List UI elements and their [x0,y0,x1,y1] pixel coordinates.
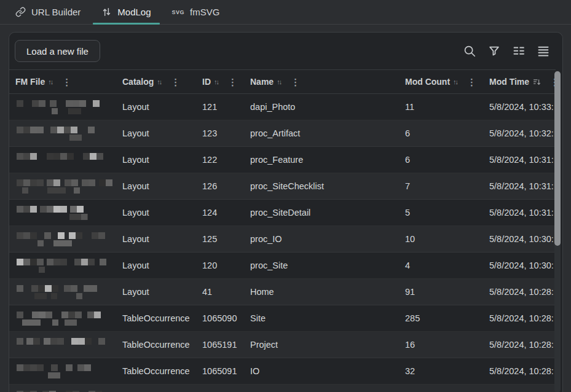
redacted-pixel-block [38,285,45,292]
column-header-name[interactable]: Name ↑↓ ⋮ [244,77,399,87]
redacted-pixel-block [17,232,23,239]
redacted-pixel-block [96,153,103,160]
redacted-pixel-block [61,312,68,318]
redacted-pixel-block [17,127,23,133]
redacted-pixel-block [99,179,106,186]
redacted-pixel-block [65,319,77,326]
column-menu-icon[interactable]: ⋮ [171,77,180,87]
cell-catalog: TableOccurrence [116,313,196,323]
redacted-pixel-block [23,232,30,239]
redacted-pixel-block [44,338,50,345]
filter-icon[interactable] [486,43,502,59]
cell-mod-time: 5/8/2024, 10:33: [483,102,554,112]
column-header-mod-count[interactable]: Mod Count ↑↓ ⋮ [399,77,483,87]
table-header: FM File ↑↓ ⋮ Catalog ↑↓ ⋮ ID ↑↓ ⋮ Name ↑… [9,69,556,94]
column-header-mod-time[interactable]: Mod Time ⋮ [483,77,556,87]
cell-fm-file-redacted [9,151,116,168]
sort-arrows-icon[interactable]: ↑↓ [453,78,459,85]
redacted-pixel-block [23,259,30,265]
redacted-pixel-block [37,364,44,371]
cell-mod-count: 4 [399,261,483,270]
table-row[interactable]: Layout120proc_Site45/8/2024, 10:30: [9,253,556,279]
sort-descending-icon[interactable] [532,77,541,87]
table-row[interactable]: Layout122proc_Feature65/8/2024, 10:31: [9,147,556,173]
toolbar-icons [462,43,551,59]
table-row[interactable]: Layout121dapi_Photo115/8/2024, 10:33: [9,94,556,120]
redacted-pixel-block [50,100,57,107]
redacted-pixel-block [57,338,64,345]
sort-arrows-icon[interactable]: ↑↓ [214,78,219,85]
redacted-pixel-block [71,285,77,292]
redacted-pixel-block [77,206,84,213]
vertical-scrollbar-thumb[interactable] [554,71,561,246]
cell-name: proc_Site [244,261,399,270]
cell-mod-time: 5/8/2024, 10:30: [483,234,554,244]
redacted-pixel-block [76,293,82,299]
table-row[interactable]: TableOccurrence1065091IO325/8/2024, 10:2… [9,358,556,385]
redacted-pixel-block [30,179,37,186]
tab-url-builder[interactable]: URL Builder [7,0,89,24]
redacted-pixel-block [17,259,23,265]
column-menu-icon[interactable]: ⋮ [62,77,71,87]
redacted-pixel-block [17,312,23,318]
column-menu-icon[interactable]: ⋮ [228,77,237,87]
redacted-pixel-block [30,153,37,160]
vertical-scrollbar-track[interactable] [554,71,561,392]
table-row[interactable]: Layout123proc_Artifact65/8/2024, 10:32: [9,120,556,147]
redacted-pixel-block [52,108,58,114]
table-row[interactable]: TableOccurrence1065090Site2855/8/2024, 1… [9,305,556,332]
redacted-pixel-block [53,153,60,160]
redacted-pixel-block [33,338,40,345]
redacted-pixel-block [52,285,58,292]
table-row[interactable]: Layout41Home915/8/2024, 10:28: [9,279,556,305]
cell-id: 123 [196,128,244,138]
column-menu-icon[interactable]: ⋮ [291,77,300,87]
table-row[interactable]: TableOccurrence1065092Photo235/8/2024, 1… [9,385,556,392]
redacted-pixel-block [65,179,71,186]
redaction-mosaic [15,310,112,327]
cell-mod-count: 6 [399,128,483,138]
table-row[interactable]: TableOccurrence1065191Project165/8/2024,… [9,332,556,358]
cell-fm-file-redacted [9,230,116,248]
sort-arrows-icon[interactable]: ↑↓ [48,78,53,85]
redacted-pixel-block [32,312,39,318]
cell-mod-time: 5/8/2024, 10:31: [483,155,554,165]
tab-bar: URL Builder ModLog SVG fmSVG [0,0,571,25]
cell-catalog: Layout [116,234,196,244]
redacted-pixel-block [88,127,95,133]
tab-fmsvg[interactable]: SVG fmSVG [163,0,229,24]
cell-id: 120 [196,261,244,270]
cell-mod-time: 5/8/2024, 10:28: [483,340,554,350]
redacted-pixel-block [71,338,78,345]
sort-arrows-icon[interactable]: ↑↓ [277,78,282,85]
cell-catalog: Layout [116,287,196,297]
redaction-mosaic [15,204,112,221]
tab-modlog[interactable]: ModLog [93,0,159,24]
column-header-fm-file[interactable]: FM File ↑↓ ⋮ [9,77,116,87]
column-menu-icon[interactable]: ⋮ [467,77,476,87]
sort-arrows-icon[interactable]: ↑↓ [157,78,162,85]
table-row[interactable]: Layout124proc_SiteDetail55/8/2024, 10:31… [9,200,556,226]
redacted-pixel-block [82,179,89,186]
column-header-id[interactable]: ID ↑↓ ⋮ [196,77,244,87]
load-file-button[interactable]: Load a new file [15,40,100,62]
redacted-pixel-block [79,100,86,107]
table-row[interactable]: Layout126proc_SiteChecklist75/8/2024, 10… [9,173,556,200]
redacted-pixel-block [34,293,47,299]
redacted-pixel-block [45,312,52,318]
column-list-icon[interactable] [511,43,527,59]
redacted-pixel-block [90,285,97,292]
column-header-catalog[interactable]: Catalog ↑↓ ⋮ [116,77,196,87]
redacted-pixel-block [53,259,60,265]
menu-icon[interactable] [535,43,551,59]
redaction-mosaic [15,125,112,142]
search-icon[interactable] [462,43,478,59]
redacted-pixel-block [47,206,53,213]
redacted-pixel-block [58,232,65,239]
redacted-pixel-block [39,100,45,107]
table-row[interactable]: Layout125proc_IO105/8/2024, 10:30: [9,226,556,253]
redacted-pixel-block [22,319,41,326]
redacted-pixel-block [84,364,91,371]
cell-mod-count: 10 [399,234,483,244]
redaction-mosaic [15,363,112,380]
